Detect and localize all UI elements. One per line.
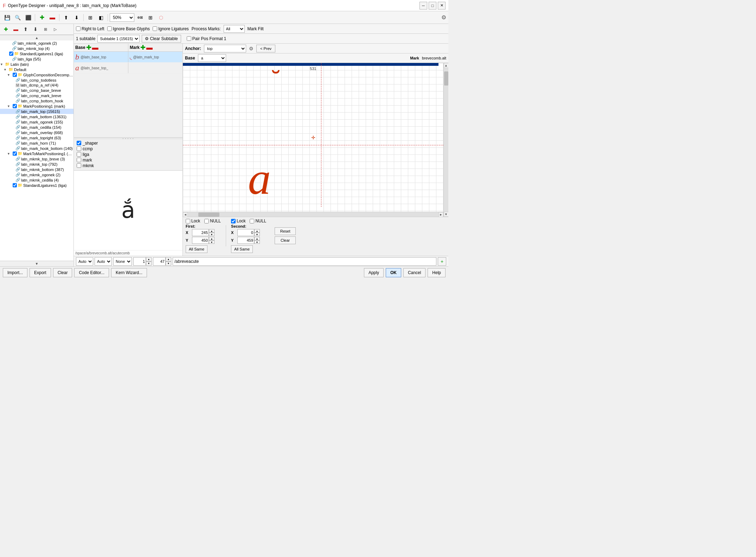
maximize-button[interactable]: □ (429, 2, 436, 10)
first-null-check[interactable]: NULL (204, 219, 221, 223)
ignore-ligatures-checkbox[interactable]: Ignore Ligatures (153, 26, 189, 31)
scroll-h-track[interactable] (188, 212, 438, 217)
tree-item[interactable]: 🔗latn_mark_bottom (13631) (0, 114, 73, 119)
second-lock-input[interactable] (231, 219, 236, 223)
tree-item[interactable]: 🔗latn_mark_topright (63) (0, 135, 73, 140)
tree-item[interactable]: 🔗latn_mkmk_top_breve (3) (0, 156, 73, 162)
search-button[interactable]: 🔍 (13, 13, 23, 22)
val1-up[interactable]: ▲ (146, 257, 152, 261)
mark-remove-button[interactable]: ▬ (146, 44, 153, 51)
tree-item[interactable]: ▼📁GlyphCompositionDecomposition1 (ccmp) (0, 72, 73, 77)
val2-down[interactable]: ▼ (166, 261, 171, 266)
first-all-same-button[interactable]: All Same (186, 245, 207, 253)
second-all-same-button[interactable]: All Same (231, 245, 253, 253)
val1-down[interactable]: ▼ (146, 261, 152, 266)
pair-pos-input[interactable] (187, 36, 191, 41)
tree-check[interactable] (13, 72, 17, 77)
view-button[interactable]: ⊞ (85, 13, 95, 22)
tree-item[interactable]: 🔗latn_ccmp_mark_breve (0, 93, 73, 98)
second-null-check[interactable]: NULL (250, 219, 266, 223)
base-cell-2[interactable]: a @latn_base_top_ (74, 63, 128, 73)
zoom-fit-button[interactable]: ⊕⊠ (135, 13, 145, 22)
feature-mkmk[interactable]: mkmk (77, 163, 180, 168)
second-y-input[interactable] (237, 237, 254, 244)
none-select[interactable]: None (113, 257, 132, 266)
base-value-select[interactable]: a (198, 54, 226, 62)
tree-item[interactable]: 🔗latn_liga (5/5) (0, 56, 73, 62)
import-button[interactable]: Import... (3, 268, 27, 277)
clear-button[interactable]: Clear (53, 268, 72, 277)
tree-item[interactable]: 🔗latn_mark_hook_bottom (140) (0, 146, 73, 151)
reset-button[interactable]: Reset (275, 227, 296, 235)
up-button[interactable]: ⬆ (61, 13, 71, 22)
tree-item[interactable]: ▼📁MarkToMarkPositioning1 (mkmk) (0, 151, 73, 156)
down-button[interactable]: ⬇ (72, 13, 82, 22)
glyph-add-button[interactable]: + (438, 257, 446, 266)
feature-liga-check[interactable] (77, 152, 81, 157)
second-x-input[interactable] (237, 229, 254, 236)
tree-remove-button[interactable]: ▬ (11, 25, 20, 33)
ignore-base-glyphs-checkbox[interactable]: Ignore Base Glyphs (107, 26, 150, 31)
tree-item[interactable]: 🔗latn_mark_ogonek (155) (0, 119, 73, 125)
cancel-button[interactable]: Cancel (403, 268, 425, 277)
feature-mark[interactable]: mark (77, 158, 180, 163)
second-x-down[interactable]: ▼ (254, 233, 260, 236)
tree-item[interactable]: 🔗latn_ccmp_bottom_hook (0, 98, 73, 103)
tree-item[interactable]: 🔗latn_mkmk_ogonek (2) (0, 172, 73, 177)
tree-item[interactable]: 🔗latn_mkmk_cedilla (4) (0, 177, 73, 183)
tree-item[interactable]: 📁StandardLigatures1 (liga) (0, 51, 73, 56)
color-button[interactable]: ⬡ (156, 13, 166, 22)
pair-pos-checkbox[interactable]: Pair Pos Format 1 (187, 36, 226, 41)
subtable-select[interactable]: Subtable 1 (15615) (97, 35, 140, 43)
feature-mark-check[interactable] (77, 158, 81, 162)
tree-item[interactable]: ▼📁MarkPositioning1 (mark) (0, 103, 73, 109)
feature-mkmk-check[interactable] (77, 163, 81, 168)
ok-button[interactable]: OK (386, 268, 401, 277)
first-x-down[interactable]: ▼ (209, 233, 214, 236)
tree-item[interactable]: 🔗latn_ccmp_base_breve (0, 88, 73, 93)
tree-item[interactable]: Mlatn_dcmp_a_ref (4/4) (0, 83, 73, 88)
tree-item[interactable]: 🔗latn_mkmk_top (4) (0, 46, 73, 51)
first-y-down[interactable]: ▼ (209, 240, 214, 244)
tree-check[interactable] (13, 151, 17, 156)
apply-button[interactable]: Apply (364, 268, 384, 277)
tree-up-button[interactable]: ⬆ (21, 25, 30, 33)
first-y-input[interactable] (192, 237, 209, 244)
minimize-button[interactable]: ─ (419, 2, 427, 10)
tree-item[interactable]: ▼📁Default (0, 67, 73, 72)
auto-select-2[interactable]: Auto (95, 257, 112, 266)
tree-check[interactable] (13, 104, 17, 108)
clear-pos-button[interactable]: Clear (275, 236, 296, 244)
auto-select-1[interactable]: Auto (76, 257, 93, 266)
tree-item[interactable]: 🔗latn_mark_overlay (668) (0, 130, 73, 135)
anchor-select[interactable]: top (204, 45, 246, 52)
tree-add-button[interactable]: ✚ (1, 25, 11, 33)
first-lock-input[interactable] (186, 219, 190, 223)
find-button[interactable]: ⬛ (23, 13, 33, 22)
base-cell[interactable]: b @latn_base_top (74, 52, 128, 62)
val2-up[interactable]: ▲ (166, 257, 171, 261)
prev-button[interactable]: < Prev (256, 45, 275, 52)
val2-input[interactable] (153, 257, 166, 266)
table-row[interactable]: a @latn_base_top_ (74, 63, 182, 74)
feature-ccmp[interactable]: ccmp (77, 146, 180, 151)
tree-scroll-up[interactable]: ▲ (0, 35, 73, 40)
base-remove-button[interactable]: ▬ (92, 44, 98, 51)
glyph-path-field[interactable]: /abreveacute (173, 257, 436, 266)
grid-button[interactable]: ⊞ (146, 13, 155, 22)
tree-view-button[interactable]: ⊞ (41, 25, 50, 33)
table-row[interactable]: b @latn_base_top ◟ @latn_mark_top (74, 52, 182, 63)
right-to-left-checkbox[interactable]: Right to Left (76, 26, 104, 31)
zoom-select[interactable]: 25% 50% 75% 100% (110, 13, 134, 22)
first-y-up[interactable]: ▲ (209, 237, 214, 240)
scroll-v-track[interactable] (444, 68, 449, 212)
mark-cell-2[interactable] (128, 67, 183, 69)
tree-item[interactable]: 🔗latn_mkmk_top (792) (0, 162, 73, 167)
anchor-gear-icon[interactable]: ⚙ (249, 46, 254, 51)
base-add-button[interactable]: ✚ (86, 44, 91, 51)
ignore-base-glyphs-input[interactable] (107, 26, 112, 31)
feature-shaper-check[interactable] (77, 141, 81, 145)
scroll-down-button[interactable]: ▼ (444, 212, 449, 217)
add-button[interactable]: ✚ (37, 13, 47, 22)
tree-item[interactable]: 🔗latn_mkmk_bottom (387) (0, 167, 73, 172)
